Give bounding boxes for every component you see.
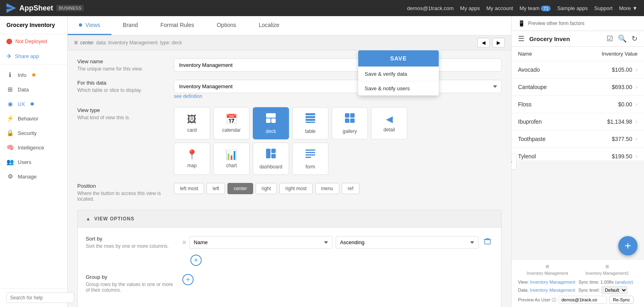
- data-info-link[interactable]: Inventory Management: [530, 288, 575, 292]
- add-sort-button[interactable]: +: [190, 255, 202, 266]
- sidebar-item-manage[interactable]: ⚙ Manage: [0, 169, 67, 184]
- preview-menu-icon[interactable]: ☰: [518, 34, 524, 43]
- tab-options[interactable]: Options: [205, 16, 247, 35]
- preview-check-icon[interactable]: ☑: [607, 34, 613, 43]
- map-icon: 📍: [186, 149, 198, 160]
- tab-localize[interactable]: Localize: [248, 16, 291, 35]
- sub-header: ≡ center data: Inventory Management type…: [68, 35, 511, 50]
- search-help-area: 🔍: [0, 288, 67, 307]
- add-group-button[interactable]: +: [182, 274, 194, 285]
- prev-btn[interactable]: ◀: [477, 38, 490, 48]
- preview-refresh-icon[interactable]: ↻: [632, 34, 638, 43]
- preview-tab-1[interactable]: ≡ Inventory Management: [527, 263, 568, 276]
- view-name-input[interactable]: [174, 58, 502, 72]
- nav-my-team[interactable]: My team 71: [520, 5, 551, 11]
- nav-my-account[interactable]: My account: [486, 5, 513, 11]
- vt-card[interactable]: 🖼 card: [174, 107, 210, 139]
- pos-left[interactable]: left: [206, 183, 225, 194]
- preview-list-header: Name Inventory Value: [512, 47, 644, 61]
- card-icon: 🖼: [187, 114, 197, 125]
- next-btn[interactable]: ▶: [492, 38, 505, 48]
- preview-user-input[interactable]: [559, 296, 607, 304]
- see-definition-link[interactable]: see definition: [174, 93, 202, 99]
- sidebar-item-behavior[interactable]: ⚡ Behavior: [0, 111, 67, 126]
- resync-button[interactable]: Re-Sync: [609, 296, 634, 304]
- view-info-link[interactable]: Inventory Management: [530, 280, 576, 284]
- tab-bar: Views Brand Format Rules Options Localiz…: [68, 16, 511, 35]
- save-button[interactable]: SAVE: [358, 50, 439, 66]
- list-item[interactable]: Ibuprofen $1,134.98 ›: [512, 113, 644, 131]
- fab-add-button[interactable]: +: [618, 236, 638, 255]
- sidebar-item-info[interactable]: ℹ Info: [0, 68, 67, 82]
- tab-format-rules[interactable]: Format Rules: [149, 16, 205, 35]
- nav-sample-apps[interactable]: Sample apps: [557, 5, 588, 11]
- form-icon: [305, 148, 316, 162]
- vt-deck[interactable]: deck: [253, 107, 289, 139]
- sub-header-actions: ◀ ▶: [477, 38, 505, 48]
- share-app-item[interactable]: ✈ Share app: [0, 48, 67, 64]
- nav-more[interactable]: More ▼: [619, 5, 638, 11]
- pos-center[interactable]: center: [227, 183, 253, 194]
- sidebar-item-users[interactable]: 👥 Users: [0, 155, 67, 169]
- sync-level-select[interactable]: Default: [601, 286, 627, 294]
- vt-calendar[interactable]: 📅 calendar: [213, 107, 250, 139]
- nav-my-apps[interactable]: My apps: [460, 5, 480, 11]
- sort-delete-button[interactable]: [482, 236, 493, 249]
- list-item[interactable]: Toothpaste $377.50 ›: [512, 131, 644, 148]
- nav-support[interactable]: Support: [594, 5, 613, 11]
- preview-search-icon[interactable]: 🔍: [618, 34, 627, 43]
- status-label: Not Deployed: [15, 38, 47, 44]
- pos-right-most[interactable]: right most: [279, 183, 313, 194]
- list-item[interactable]: Floss $0.00 ›: [512, 96, 644, 113]
- vt-map[interactable]: 📍 map: [174, 143, 210, 175]
- sort-direction-select[interactable]: Ascending Descending: [336, 236, 479, 249]
- pos-menu[interactable]: menu: [315, 183, 339, 194]
- data-info-label: Data: Inventory Management: [518, 288, 575, 292]
- sidebar-item-data[interactable]: ⊞ Data: [0, 82, 67, 97]
- panel-collapse-button[interactable]: ›: [511, 154, 516, 170]
- sort-field-select[interactable]: Name: [189, 236, 332, 249]
- vt-table-label: table: [305, 129, 316, 134]
- view-type-hint: What kind of view this is.: [77, 115, 166, 120]
- tab-views[interactable]: Views: [68, 16, 111, 35]
- view-icon: ≡: [74, 39, 78, 46]
- vt-chart[interactable]: 📊 chart: [213, 143, 250, 175]
- sidebar-item-ux[interactable]: ◉ UX: [0, 97, 67, 111]
- breadcrumb-section: center: [80, 40, 93, 46]
- list-item[interactable]: Avocado $105.00 ›: [512, 61, 644, 79]
- vt-form-label: form: [305, 164, 315, 170]
- sidebar-item-intelligence[interactable]: 🧠 Intelligence: [0, 140, 67, 155]
- search-input[interactable]: [6, 292, 74, 303]
- share-label: Share app: [15, 53, 39, 59]
- list-item[interactable]: Tylenol $199.50 ›: [512, 148, 644, 160]
- sort-handle-icon[interactable]: ≡: [182, 239, 186, 246]
- calendar-icon: 📅: [225, 114, 237, 125]
- breadcrumb: ≡ center data: Inventory Management type…: [74, 39, 182, 46]
- save-verify-option[interactable]: Save & verify data: [358, 66, 439, 81]
- sidebar-item-security[interactable]: 🔒 Security: [0, 126, 67, 140]
- vt-gallery[interactable]: gallery: [332, 107, 368, 139]
- vt-form[interactable]: form: [292, 143, 328, 175]
- view-options-section: ▲ VIEW OPTIONS Sort by Sort the rows by …: [77, 210, 502, 307]
- analyze-link[interactable]: (analyze): [615, 280, 633, 284]
- chevron-icon: ›: [636, 101, 638, 108]
- list-item[interactable]: Cantaloupe $693.00 ›: [512, 79, 644, 96]
- svg-rect-13: [271, 154, 276, 158]
- save-notify-option[interactable]: Save & notify users: [358, 81, 439, 95]
- pos-ref[interactable]: ref: [342, 183, 359, 194]
- vt-deck-label: deck: [266, 129, 276, 134]
- pos-left-most[interactable]: left most: [174, 183, 204, 194]
- vt-table[interactable]: table: [292, 107, 328, 139]
- not-deployed-status[interactable]: Not Deployed: [0, 34, 67, 48]
- preview-tab-2[interactable]: ≡ Inventory Management1: [585, 263, 629, 276]
- position-row: Position Where the button to access this…: [77, 183, 502, 202]
- vt-dashboard[interactable]: dashboard: [253, 143, 289, 175]
- for-data-select[interactable]: Inventory Management: [174, 80, 502, 93]
- sidebar-item-label: Data: [18, 87, 29, 93]
- logo-icon: [6, 3, 16, 13]
- pos-right[interactable]: right: [256, 183, 277, 194]
- view-options-header[interactable]: ▲ VIEW OPTIONS: [77, 210, 502, 228]
- tab2-icon: ≡: [605, 263, 609, 270]
- tab-brand[interactable]: Brand: [111, 16, 149, 35]
- vt-detail[interactable]: ◀ detail: [371, 107, 407, 139]
